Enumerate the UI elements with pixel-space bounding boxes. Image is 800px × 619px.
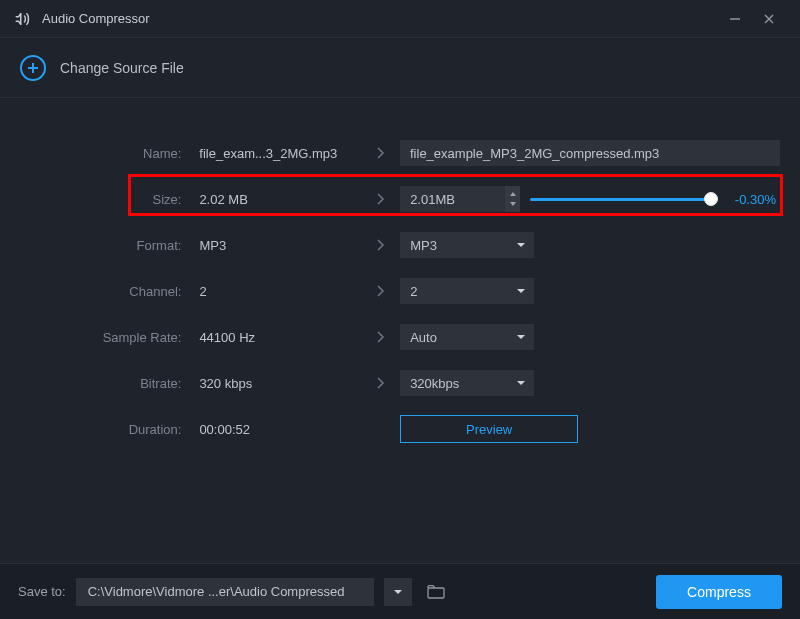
source-bitrate: 320 kbps [193,376,360,391]
row-format: Format: MP3 MP3 [20,222,780,268]
target-size-stepper[interactable] [400,186,520,212]
source-channel: 2 [193,284,360,299]
size-step-up[interactable] [509,189,517,199]
row-bitrate: Bitrate: 320 kbps 320kbps [20,360,780,406]
sample-rate-dropdown[interactable]: Auto [400,324,534,350]
save-path-dropdown[interactable] [384,578,412,606]
bitrate-selected: 320kbps [410,376,516,391]
target-size-input[interactable] [400,186,505,212]
main-form: Name: file_exam...3_2MG.mp3 Size: 2.02 M… [0,98,800,452]
svg-marker-6 [510,202,516,206]
label-duration: Duration: [20,422,193,437]
close-button[interactable] [752,7,786,31]
output-name-input[interactable] [400,140,780,166]
size-step-down[interactable] [509,199,517,209]
slider-knob[interactable] [704,192,718,206]
label-size: Size: [20,192,193,207]
row-sample-rate: Sample Rate: 44100 Hz Auto [20,314,780,360]
preview-button[interactable]: Preview [400,415,578,443]
app-icon [14,10,32,28]
label-name: Name: [20,146,193,161]
save-path-display[interactable]: C:\Vidmore\Vidmore ...er\Audio Compresse… [76,578,374,606]
change-source-row: Change Source File [0,38,800,98]
source-size: 2.02 MB [193,192,360,207]
channel-dropdown[interactable]: 2 [400,278,534,304]
row-channel: Channel: 2 2 [20,268,780,314]
source-sample-rate: 44100 Hz [193,330,360,345]
arrow-icon [361,146,400,160]
save-to-label: Save to: [18,584,66,599]
svg-marker-8 [517,289,525,293]
row-size: Size: 2.02 MB -0.30% [20,176,780,222]
row-name: Name: file_exam...3_2MG.mp3 [20,130,780,176]
svg-marker-5 [510,192,516,196]
arrow-icon [361,284,400,298]
row-duration: Duration: 00:00:52 Preview [20,406,780,452]
arrow-icon [361,376,400,390]
bitrate-dropdown[interactable]: 320kbps [400,370,534,396]
compress-button[interactable]: Compress [656,575,782,609]
label-sample-rate: Sample Rate: [20,330,193,345]
minimize-button[interactable] [718,7,752,31]
arrow-icon [361,238,400,252]
label-channel: Channel: [20,284,193,299]
source-duration: 00:00:52 [193,422,360,437]
sample-rate-selected: Auto [410,330,516,345]
channel-selected: 2 [410,284,516,299]
svg-rect-12 [428,588,444,598]
title-bar: Audio Compressor [0,0,800,38]
size-slider[interactable] [530,189,711,209]
svg-marker-7 [517,243,525,247]
arrow-icon [361,192,400,206]
chevron-down-icon [516,333,526,341]
add-icon[interactable] [20,55,46,81]
svg-marker-9 [517,335,525,339]
app-title: Audio Compressor [42,11,150,26]
label-bitrate: Bitrate: [20,376,193,391]
source-name: file_exam...3_2MG.mp3 [193,146,360,161]
arrow-icon [361,330,400,344]
label-format: Format: [20,238,193,253]
chevron-down-icon [516,241,526,249]
format-selected: MP3 [410,238,516,253]
svg-marker-10 [517,381,525,385]
format-dropdown[interactable]: MP3 [400,232,534,258]
open-folder-button[interactable] [422,578,450,606]
chevron-down-icon [516,379,526,387]
source-format: MP3 [193,238,360,253]
footer: Save to: C:\Vidmore\Vidmore ...er\Audio … [0,563,800,619]
chevron-down-icon [516,287,526,295]
change-source-label[interactable]: Change Source File [60,60,184,76]
svg-marker-11 [394,590,402,594]
size-change-pct: -0.30% [735,192,776,207]
